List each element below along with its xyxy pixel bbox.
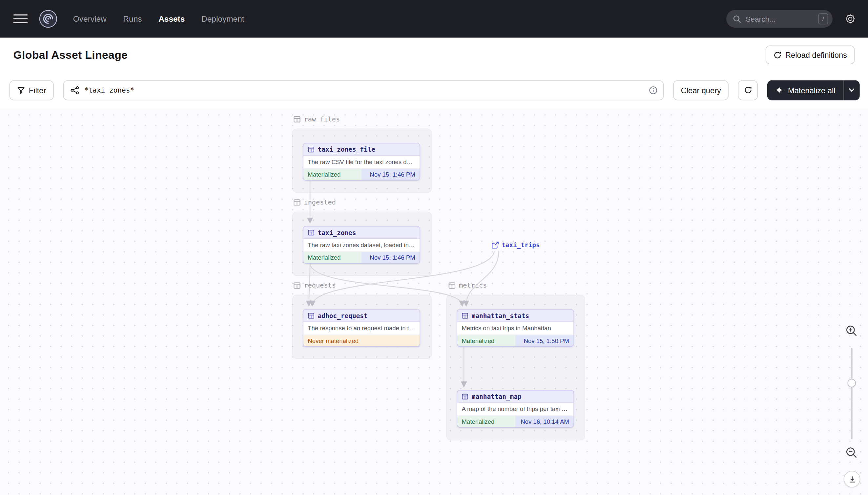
download-image-button[interactable] xyxy=(844,471,861,488)
sparkle-icon xyxy=(775,86,783,94)
clear-query-label: Clear query xyxy=(681,86,721,95)
asset-node-header: manhattan_stats xyxy=(457,309,573,322)
group-name: requests xyxy=(304,281,336,289)
group-label-ingested[interactable]: ingested xyxy=(293,198,336,206)
asset-status-label: Materialized xyxy=(303,252,361,263)
group-label-requests[interactable]: requests xyxy=(293,281,336,289)
asset-timestamp[interactable]: Nov 15, 1:50 PM xyxy=(515,335,573,346)
materialize-all-button[interactable]: Materialize all xyxy=(768,80,844,100)
lineage-toolbar: Filter Clear query xyxy=(0,72,868,108)
info-icon[interactable] xyxy=(649,86,658,95)
asset-query-box[interactable] xyxy=(63,80,664,100)
zoom-slider-track[interactable] xyxy=(851,348,853,439)
zoom-slider-handle[interactable] xyxy=(848,379,856,387)
group-name: ingested xyxy=(304,198,336,206)
group-name: raw_files xyxy=(304,115,340,123)
lineage-canvas[interactable]: raw_files ingested requests m xyxy=(0,108,868,495)
asset-description: Metrics on taxi trips in Manhattan xyxy=(457,322,573,335)
asset-status-label: Materialized xyxy=(457,335,515,346)
table-icon xyxy=(308,312,314,319)
nav-item-assets[interactable]: Assets xyxy=(158,14,185,23)
external-link-icon xyxy=(492,241,499,249)
asset-timestamp[interactable]: Nov 15, 1:46 PM xyxy=(361,252,420,263)
asset-description: The raw CSV file for the taxi zones dat.… xyxy=(303,156,420,168)
table-icon xyxy=(462,312,468,319)
top-nav: Overview Runs Assets Deployment xyxy=(73,14,244,23)
nav-item-overview[interactable]: Overview xyxy=(73,14,107,23)
asset-status-label: Materialized xyxy=(303,169,361,180)
asset-node-header: taxi_zones_file xyxy=(303,143,420,156)
asset-node-manhattan-map[interactable]: manhattan_map A map of the number of tri… xyxy=(457,390,574,428)
asset-name: taxi_zones xyxy=(318,228,356,236)
search-box[interactable]: / xyxy=(726,10,833,28)
asset-description: The raw taxi zones dataset, loaded int..… xyxy=(303,239,420,252)
asset-description: The response to an request made in th... xyxy=(303,322,420,335)
refresh-icon xyxy=(744,86,752,94)
search-shortcut-badge: / xyxy=(818,14,828,24)
external-asset-taxi-trips[interactable]: taxi_trips xyxy=(492,241,540,249)
materialize-all-label: Materialize all xyxy=(788,86,835,95)
refresh-graph-button[interactable] xyxy=(738,80,758,100)
asset-node-header: adhoc_request xyxy=(303,309,420,322)
zoom-out-icon xyxy=(845,446,857,459)
zoom-in-icon xyxy=(845,325,857,337)
asset-status-row: Never materialized xyxy=(303,335,420,346)
lineage-edges xyxy=(0,108,868,495)
asset-status-row: Materialized Nov 15, 1:46 PM xyxy=(303,168,420,180)
menu-button[interactable] xyxy=(14,12,28,26)
materialize-all-split-button: Materialize all xyxy=(768,80,860,100)
asset-status-row: Materialized Nov 15, 1:46 PM xyxy=(303,252,420,263)
asset-node-header: taxi_zones xyxy=(303,226,420,239)
asset-name: adhoc_request xyxy=(318,311,368,319)
asset-timestamp[interactable]: Nov 15, 1:46 PM xyxy=(361,169,420,180)
asset-timestamp[interactable]: Nov 16, 10:14 AM xyxy=(515,416,573,427)
asset-description: A map of the number of trips per taxi z.… xyxy=(457,403,573,415)
asset-query-input[interactable] xyxy=(84,86,644,94)
asset-node-header: manhattan_map xyxy=(457,391,573,403)
asset-node-taxi-zones[interactable]: taxi_zones The raw taxi zones dataset, l… xyxy=(303,226,420,264)
nav-item-runs[interactable]: Runs xyxy=(123,14,142,23)
asset-status-label: Materialized xyxy=(457,416,515,427)
zoom-in-button[interactable] xyxy=(845,325,857,337)
group-icon xyxy=(293,281,300,289)
table-icon xyxy=(308,146,314,153)
group-name: metrics xyxy=(459,281,487,289)
asset-name: taxi_zones_file xyxy=(318,146,375,153)
topbar: Overview Runs Assets Deployment / xyxy=(0,0,868,38)
asset-name: manhattan_stats xyxy=(472,311,529,319)
page-header: Global Asset Lineage Reload definitions xyxy=(0,38,868,72)
group-icon xyxy=(293,199,300,206)
asset-node-adhoc-request[interactable]: adhoc_request The response to an request… xyxy=(303,309,420,347)
external-asset-name: taxi_trips xyxy=(501,241,540,249)
settings-button[interactable] xyxy=(845,14,856,24)
filter-funnel-icon xyxy=(17,86,25,94)
group-label-metrics[interactable]: metrics xyxy=(448,281,487,289)
filter-label: Filter xyxy=(29,86,46,95)
chevron-down-icon xyxy=(849,88,855,92)
nav-item-deployment[interactable]: Deployment xyxy=(201,14,244,23)
reload-definitions-label: Reload definitions xyxy=(785,51,847,59)
table-icon xyxy=(308,229,314,236)
asset-status-row: Materialized Nov 16, 10:14 AM xyxy=(457,415,573,427)
group-label-raw-files[interactable]: raw_files xyxy=(293,115,340,123)
app-window: Overview Runs Assets Deployment / Global… xyxy=(0,0,868,495)
search-input[interactable] xyxy=(746,15,814,23)
materialize-options-button[interactable] xyxy=(843,80,860,100)
dagster-logo-icon xyxy=(39,10,57,28)
page-title: Global Asset Lineage xyxy=(14,49,128,62)
filter-button[interactable]: Filter xyxy=(10,80,54,100)
asset-node-taxi-zones-file[interactable]: taxi_zones_file The raw CSV file for the… xyxy=(303,143,420,181)
asset-status-label: Never materialized xyxy=(303,335,420,346)
refresh-icon xyxy=(773,51,781,59)
asset-node-manhattan-stats[interactable]: manhattan_stats Metrics on taxi trips in… xyxy=(457,309,574,347)
reload-definitions-button[interactable]: Reload definitions xyxy=(765,45,854,64)
group-icon xyxy=(293,116,300,123)
asset-status-row: Materialized Nov 15, 1:50 PM xyxy=(457,335,573,346)
dagster-logo[interactable] xyxy=(39,10,57,28)
clear-query-button[interactable]: Clear query xyxy=(673,80,729,100)
table-icon xyxy=(462,393,468,399)
search-icon xyxy=(733,15,741,23)
asset-name: manhattan_map xyxy=(472,393,521,400)
zoom-out-button[interactable] xyxy=(845,446,857,459)
download-icon xyxy=(848,475,856,483)
